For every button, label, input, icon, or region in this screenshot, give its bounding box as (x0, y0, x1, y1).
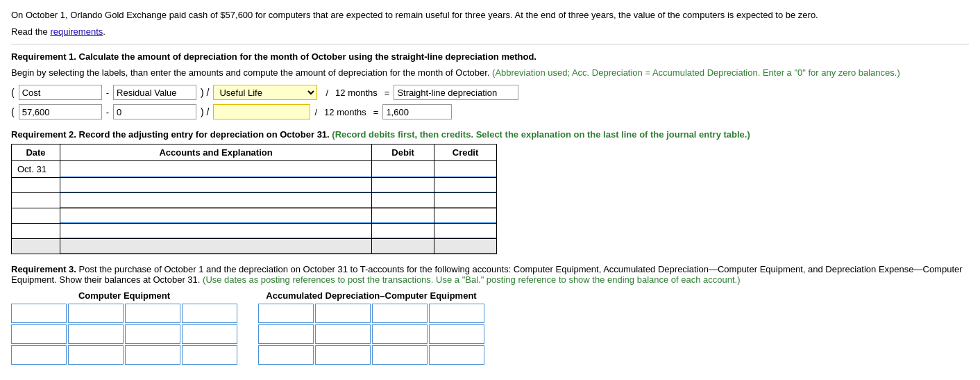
debit-input-5[interactable] (372, 224, 434, 238)
ad-r3c4[interactable] (429, 345, 484, 365)
ad-r1c1[interactable] (258, 304, 314, 323)
acct-input-4[interactable] (60, 208, 371, 223)
req1-heading: Requirement 1. Calculate the amount of d… (11, 51, 969, 62)
col-debit: Debit (372, 144, 434, 161)
credit-input-4[interactable] (434, 208, 496, 223)
acct-cell-4[interactable] (60, 208, 371, 224)
debit-input-1[interactable] (372, 161, 434, 177)
acct-cell-6[interactable] (60, 239, 371, 254)
debit-cell-1[interactable] (372, 161, 434, 178)
acct-cell-2[interactable] (60, 178, 371, 193)
credit-input-2[interactable] (434, 178, 496, 192)
main-intro-sentence: On October 1, Orlando Gold Exchange paid… (11, 10, 818, 20)
acct-input-2[interactable] (60, 178, 371, 192)
divider (11, 44, 969, 44)
ce-r3c1[interactable] (11, 345, 67, 365)
minus-1: - (106, 88, 109, 98)
date-cell: Oct. 31 (12, 161, 60, 178)
intro-text: On October 1, Orlando Gold Exchange paid… (11, 8, 969, 22)
ce-r2c4[interactable] (182, 324, 237, 344)
credit-cell-1[interactable] (434, 161, 497, 178)
req1-heading-rest: Calculate the amount of depreciation for… (79, 51, 537, 62)
credit-input-3[interactable] (434, 193, 496, 208)
ad-r2c3[interactable] (372, 324, 428, 344)
credit-cell-2[interactable] (434, 178, 497, 193)
date-empty-5 (12, 224, 60, 239)
ad-r2c4[interactable] (429, 324, 484, 344)
debit-input-6[interactable] (372, 239, 434, 254)
paren-open-2: ( (11, 106, 15, 117)
debit-cell-6[interactable] (372, 239, 434, 254)
journal-row-1: Oct. 31 (12, 161, 497, 178)
credit-input-5[interactable] (434, 224, 496, 238)
debit-cell-4[interactable] (372, 208, 434, 224)
ce-r3c3[interactable] (125, 345, 180, 365)
req2-heading-rest: Record the adjusting entry for depreciat… (79, 129, 332, 140)
ad-r3c2[interactable] (315, 345, 371, 365)
ad-r2c1[interactable] (258, 324, 314, 344)
ce-r2c1[interactable] (11, 324, 67, 344)
credit-cell-6[interactable] (434, 239, 497, 254)
value2-input[interactable] (113, 104, 196, 119)
acct-input-5[interactable] (60, 224, 371, 238)
debit-cell-3[interactable] (372, 193, 434, 208)
useful-life-value-input[interactable] (213, 104, 310, 119)
req2-green-note: (Record debits first, then credits. Sele… (332, 129, 750, 140)
ad-r1c4[interactable] (429, 304, 484, 323)
req3-green-note: (Use dates as posting references to post… (203, 274, 741, 285)
computer-equipment-title: Computer Equipment (11, 290, 237, 301)
debit-input-2[interactable] (372, 178, 434, 192)
ce-r1c4[interactable] (182, 304, 237, 323)
journal-row-3 (12, 193, 497, 208)
date-empty-6 (12, 239, 60, 254)
result-input[interactable] (382, 104, 452, 119)
credit-cell-5[interactable] (434, 224, 497, 239)
equals-1: = (385, 88, 390, 98)
acct-cell-3[interactable] (60, 193, 371, 208)
ce-r1c2[interactable] (68, 304, 124, 323)
acct-input-3[interactable] (60, 193, 371, 208)
equals-2: = (373, 107, 379, 117)
credit-cell-3[interactable] (434, 193, 497, 208)
ce-r2c3[interactable] (125, 324, 180, 344)
ad-r2c2[interactable] (315, 324, 371, 344)
ad-r3c3[interactable] (372, 345, 428, 365)
requirements-link[interactable]: requirements (50, 26, 103, 37)
residual-label-input[interactable] (113, 85, 196, 100)
journal-row-2 (12, 178, 497, 193)
ce-r1c3[interactable] (125, 304, 180, 323)
months-label-1: 12 months (335, 88, 378, 98)
acct-input-1[interactable] (60, 161, 371, 177)
acct-input-6[interactable] (60, 239, 371, 254)
debit-input-4[interactable] (372, 208, 434, 223)
ce-r3c2[interactable] (68, 345, 124, 365)
credit-cell-4[interactable] (434, 208, 497, 224)
col-credit: Credit (434, 144, 497, 161)
debit-input-3[interactable] (372, 193, 434, 208)
ce-r2c2[interactable] (68, 324, 124, 344)
acct-cell-1[interactable] (60, 161, 371, 178)
credit-input-6[interactable] (434, 239, 496, 254)
cost-label-input[interactable] (19, 85, 102, 100)
useful-life-dropdown[interactable]: Useful Life (213, 85, 317, 100)
date-empty-2 (12, 178, 60, 193)
journal-row-5 (12, 224, 497, 239)
ad-r1c2[interactable] (315, 304, 371, 323)
ad-r3c1[interactable] (258, 345, 314, 365)
col-date: Date (12, 144, 60, 161)
straight-line-input[interactable] (394, 85, 518, 100)
debit-cell-2[interactable] (372, 178, 434, 193)
accumulated-dep-grid (258, 304, 484, 365)
acct-cell-5[interactable] (60, 224, 371, 239)
date-empty-4 (12, 208, 60, 224)
req1-instruction: Begin by selecting the labels, than ente… (11, 66, 969, 80)
ce-r1c1[interactable] (11, 304, 67, 323)
credit-input-1[interactable] (434, 161, 496, 177)
debit-cell-5[interactable] (372, 224, 434, 239)
ad-r1c3[interactable] (372, 304, 428, 323)
journal-table: Date Accounts and Explanation Debit Cred… (11, 144, 497, 254)
slash-1: / (326, 88, 328, 98)
value1-input[interactable] (19, 104, 102, 119)
date-empty-3 (12, 193, 60, 208)
ce-r3c4[interactable] (182, 345, 237, 365)
